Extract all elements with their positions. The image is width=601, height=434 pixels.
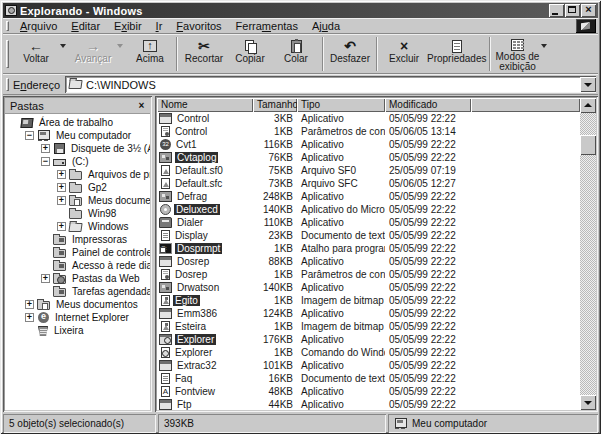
scroll-thumb[interactable]: [580, 135, 596, 155]
forward-dropdown-caret[interactable]: [117, 44, 123, 48]
folders-close-button[interactable]: ×: [135, 100, 148, 112]
menu-item-ferramentas[interactable]: Ferramentas: [229, 19, 305, 33]
views-button[interactable]: Modos de exibição: [494, 36, 540, 72]
file-row[interactable]: Extrac32101KBAplicativo05/05/99 22:22: [157, 359, 580, 372]
views-dropdown-caret[interactable]: [541, 44, 547, 48]
file-row[interactable]: Egito1KBImagem de bitmap05/05/99 22:22: [157, 294, 580, 307]
file-row[interactable]: Cvt1116KBAplicativo05/05/99 22:22: [157, 138, 580, 151]
tree-item-meus-documentos[interactable]: Meus documentos: [5, 194, 150, 207]
status-location-text: Meu computador: [412, 418, 487, 429]
expand-minus-box[interactable]: [41, 157, 50, 166]
address-dropdown-button[interactable]: [580, 77, 596, 92]
file-row[interactable]: Explorer1KBComando do Windo...05/05/99 2…: [157, 346, 580, 359]
tree-item-pastas-da-web[interactable]: Pastas da Web: [5, 272, 150, 285]
file-row[interactable]: Dialer110KBAplicativo05/05/99 22:22: [157, 216, 580, 229]
file-row[interactable]: Dosrep1KBParâmetros de confi...05/05/99 …: [157, 268, 580, 281]
tree-item-gp2[interactable]: Gp2: [5, 181, 150, 194]
menu-item-exibir[interactable]: Exibir: [107, 19, 149, 33]
file-row[interactable]: Control1KBParâmetros de confi...05/06/05…: [157, 125, 580, 138]
file-name-cell: Control: [157, 113, 253, 124]
undo-button[interactable]: ↶Desfazer: [327, 36, 373, 72]
menu-item-ajuda[interactable]: Ajuda: [305, 19, 347, 33]
file-row[interactable]: Cvtaplog76KBAplicativo05/05/99 22:22: [157, 151, 580, 164]
scroll-up-button[interactable]: [580, 98, 596, 113]
expand-plus-box[interactable]: [41, 144, 50, 153]
tree-item-win98[interactable]: Win98: [5, 207, 150, 220]
address-combo[interactable]: C:\WINDOWS: [65, 76, 596, 93]
expand-plus-box[interactable]: [57, 183, 66, 192]
file-row[interactable]: Esteira1KBImagem de bitmap05/05/99 22:22: [157, 320, 580, 333]
tree-item-painel-de-controle[interactable]: Painel de controle: [5, 246, 150, 259]
delete-button[interactable]: ×Excluir: [381, 36, 427, 72]
file-type-cell: Aplicativo: [297, 334, 385, 345]
expand-plus-box[interactable]: [57, 196, 66, 205]
column-header-tipo[interactable]: Tipo: [297, 98, 385, 112]
expand-plus-box[interactable]: [25, 313, 34, 322]
file-name-label: Display: [173, 230, 210, 241]
expand-plus-box[interactable]: [25, 300, 34, 309]
titlebar[interactable]: Explorando - Windows ×: [3, 3, 598, 18]
vertical-scrollbar[interactable]: [580, 98, 596, 410]
paste-label: Colar: [284, 54, 308, 64]
views-grid-icon-shape: [511, 39, 524, 51]
scroll-track[interactable]: [580, 155, 596, 395]
tree-item-meus-documentos[interactable]: Meus documentos: [5, 298, 150, 311]
restore-button[interactable]: [565, 4, 580, 17]
file-row[interactable]: Fontview48KBAplicativo05/05/99 22:22: [157, 385, 580, 398]
file-row[interactable]: Defrag248KBAplicativo05/05/99 22:22: [157, 190, 580, 203]
toolbar-grip[interactable]: [6, 40, 9, 68]
column-header-nome[interactable]: Nome: [157, 98, 253, 112]
window-app-file-icon: [159, 308, 172, 319]
file-row[interactable]: Faq16KBDocumento de texto05/05/99 22:22: [157, 372, 580, 385]
forward-button[interactable]: →Avançar: [70, 36, 116, 72]
file-type-cell: Aplicativo: [297, 113, 385, 124]
menu-item-ir[interactable]: Ir: [149, 19, 170, 33]
properties-button[interactable]: Propriedades: [427, 36, 486, 72]
file-row[interactable]: Drwatson140KBAplicativo05/05/99 22:22: [157, 281, 580, 294]
expand-plus-box[interactable]: [57, 170, 66, 179]
expand-plus-box[interactable]: [57, 222, 66, 231]
tree-item-tarefas-agendadas[interactable]: Tarefas agendadas: [5, 285, 150, 298]
tree-item-label: Internet Explorer: [55, 312, 129, 323]
menu-item-editar[interactable]: Editar: [64, 19, 107, 33]
expand-plus-box[interactable]: [41, 274, 50, 283]
scroll-down-button[interactable]: [580, 395, 596, 410]
tree-item-impressoras[interactable]: Impressoras: [5, 233, 150, 246]
menu-item-arquivo[interactable]: Arquivo: [13, 19, 64, 33]
file-row[interactable]: Explorer176KBAplicativo05/05/99 22:22: [157, 333, 580, 346]
paste-button[interactable]: Colar: [273, 36, 319, 72]
up-button[interactable]: Acima: [127, 36, 173, 72]
column-header-tamanho[interactable]: Tamanho: [253, 98, 297, 112]
tree-item-acesso-rede-dial-up[interactable]: Acesso à rede dial-up: [5, 259, 150, 272]
file-row[interactable]: Ftp44KBAplicativo05/05/99 22:22: [157, 398, 580, 410]
cut-button[interactable]: ✂Recortar: [181, 36, 227, 72]
file-row[interactable]: Dosprmpt1KBAtalho para program...05/05/9…: [157, 242, 580, 255]
file-row[interactable]: Default.sf075KBArquivo SF025/05/99 07:19: [157, 164, 580, 177]
tree-item-arquivos-de-programas[interactable]: Arquivos de programas: [5, 168, 150, 181]
menubar-grip[interactable]: [6, 21, 9, 30]
expand-minus-box[interactable]: [25, 131, 34, 140]
tree-item-windows[interactable]: Windows: [5, 220, 150, 233]
close-button[interactable]: ×: [581, 4, 596, 17]
back-button[interactable]: ←Voltar: [13, 36, 59, 72]
tree-item-disquete-de-3-a-[interactable]: Disquete de 3½ (A:): [5, 142, 150, 155]
tree-item-label: Acesso à rede dial-up: [72, 260, 150, 271]
column-header-modificado[interactable]: Modificado: [385, 98, 471, 112]
file-row[interactable]: Dosrep88KBAplicativo05/05/99 22:22: [157, 255, 580, 268]
file-name-cell: Dosrep: [157, 269, 253, 280]
tree-item-meu-computador[interactable]: Meu computador: [5, 129, 150, 142]
tree-item-internet-explorer[interactable]: Internet Explorer: [5, 311, 150, 324]
addressbar-grip[interactable]: [6, 78, 9, 91]
file-row[interactable]: Display23KBDocumento de texto05/05/99 22…: [157, 229, 580, 242]
minimize-button[interactable]: [549, 4, 564, 17]
back-dropdown-caret[interactable]: [60, 44, 66, 48]
menu-item-favoritos[interactable]: Favoritos: [169, 19, 228, 33]
file-row[interactable]: Default.sfc73KBArquivo SFC05/06/05 12:27: [157, 177, 580, 190]
file-row[interactable]: Control3KBAplicativo05/05/99 22:22: [157, 112, 580, 125]
tree-item-lixeira[interactable]: Lixeira: [5, 324, 150, 337]
copy-button[interactable]: Copiar: [227, 36, 273, 72]
tree-item--c-[interactable]: (C:): [5, 155, 150, 168]
tree-item--rea-de-trabalho[interactable]: Área de trabalho: [5, 116, 150, 129]
file-row[interactable]: Emm386124KBAplicativo05/05/99 22:22: [157, 307, 580, 320]
file-row[interactable]: Deluxecd140KBAplicativo do Micros...05/0…: [157, 203, 580, 216]
